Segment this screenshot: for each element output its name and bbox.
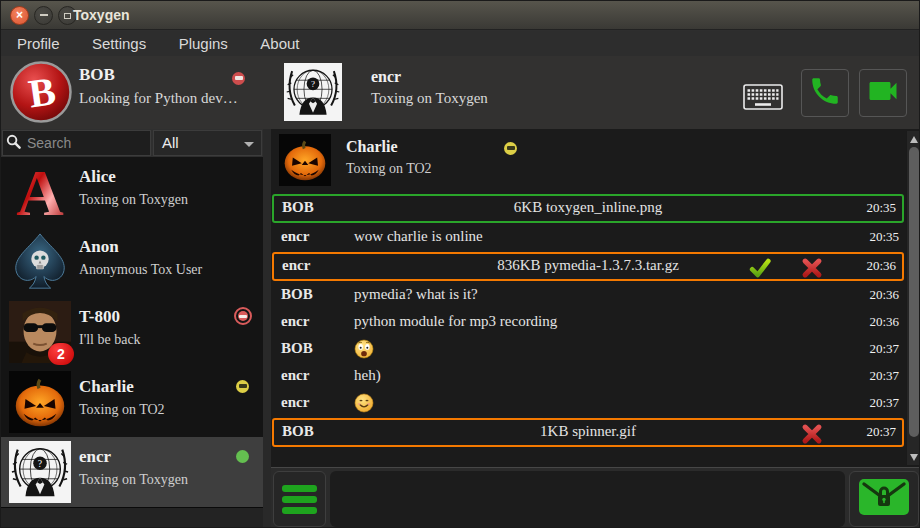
svg-text:A: A [16,161,64,223]
svg-text:?: ? [38,458,42,469]
menu-about[interactable]: About [246,31,313,56]
menu-settings[interactable]: Settings [78,31,160,56]
menu-plugins[interactable]: Plugins [165,31,242,56]
close-button[interactable]: × [10,6,29,25]
letter-a-avatar: A [9,161,71,223]
menubar: Profile Settings Plugins About [1,31,919,56]
busy-status-icon [234,307,252,325]
message-time: 20:36 [869,287,899,303]
peer-status-message: Toxing on Toxygen [371,90,488,107]
svg-text:?: ? [311,79,315,89]
titlebar: × Toxygen [1,1,919,30]
contact-t-800[interactable]: T-800I'll be back2 [1,297,263,367]
message-list: BOB6KB toxygen_inline.png20:35encrwow ch… [271,193,905,465]
message-row: BOB20:37 [271,336,905,363]
message-time: 20:37 [869,341,899,357]
message-text: wow charlie is online [354,228,483,245]
away-status-icon [504,142,517,155]
chat-peer-name: Charlie [346,138,398,156]
self-name[interactable]: BOB [79,65,115,85]
busy-status-icon [232,72,245,85]
scroll-down-icon[interactable] [907,451,920,463]
message-sender: encr [281,367,309,384]
message-time: 20:37 [866,424,896,440]
spade-skull-avatar [9,231,71,293]
decline-file-button[interactable] [800,256,824,280]
phone-icon [808,74,842,112]
audio-call-button[interactable] [801,69,849,117]
contact-charlie[interactable]: CharlieToxing on TO2 [1,367,263,437]
window-title: Toxygen [73,1,130,30]
accept-file-button[interactable] [748,256,772,280]
scrollbar-thumb[interactable] [909,147,919,437]
self-status-message[interactable]: Looking for Python dev… [79,90,238,107]
decline-file-button[interactable] [800,422,824,446]
message-row: encr20:37 [271,390,905,417]
app-window: × Toxygen Profile Settings Plugins About… [0,0,920,528]
pumpkin-avatar [9,371,71,433]
message-sender: BOB [281,340,313,357]
contact-status-message: Anonymous Tox User [79,262,202,278]
compose-bar [271,467,920,528]
dropdown-arrow-icon [244,142,254,147]
keyboard-icon[interactable] [743,84,783,110]
anonymous-avatar: ? [9,441,71,503]
chat-peer-status-message: Toxing on TO2 [346,161,432,177]
minimize-button[interactable] [34,6,53,25]
self-avatar[interactable]: B [9,60,73,124]
message-input[interactable] [330,471,845,527]
search-icon [3,134,25,153]
search-box[interactable] [2,130,151,156]
message-row: encrpython module for mp3 recording20:36 [271,309,905,336]
contact-encr[interactable]: ?encrToxing on Toxygen [1,437,263,507]
search-input[interactable] [25,134,150,152]
message-sender: encr [281,313,309,330]
sidebar-chat-divider [263,129,271,528]
send-button[interactable] [849,471,919,527]
message-time: 20:35 [869,229,899,245]
chat-menu-button[interactable] [273,471,326,527]
pumpkin-avatar [279,134,331,186]
contact-status-message: Toxing on TO2 [79,402,165,418]
message-time: 20:37 [869,368,899,384]
search-row: All [1,129,263,157]
send-encrypted-icon [858,478,910,520]
message-sender: encr [281,228,309,245]
contact-status-message: Toxing on Toxygen [79,192,188,208]
menu-profile[interactable]: Profile [3,31,74,56]
unread-badge: 2 [48,343,74,365]
file-transfer-row: BOB6KB toxygen_inline.png20:35 [272,194,904,223]
away-status-icon [236,380,249,393]
message-input-area[interactable] [330,471,845,527]
chat-scrollbar[interactable] [906,131,920,465]
contact-alice[interactable]: AAliceToxing on Toxygen [1,157,263,227]
contact-filter-value: All [162,134,179,151]
chat-area: Charlie Toxing on TO2 BOB6KB toxygen_inl… [271,129,920,528]
menu-icon [282,485,317,492]
message-time: 20:36 [866,258,896,274]
contact-name: Anon [79,237,119,257]
file-transfer-row: BOB1KB spinner.gif20:37 [272,418,904,447]
message-time: 20:36 [869,314,899,330]
sidebar: All AAliceToxing on ToxygenAnonAnonymous… [1,129,263,528]
message-text: python module for mp3 recording [354,313,557,330]
file-name: 6KB toxygen_inline.png [274,199,902,216]
contact-anon[interactable]: AnonAnonymous Tox User [1,227,263,297]
contact-name: encr [79,447,111,467]
peer-avatar: ? [284,63,342,121]
peer-name: encr [371,68,401,86]
contact-filter-dropdown[interactable]: All [153,130,262,156]
contact-list: AAliceToxing on ToxygenAnonAnonymous Tox… [1,157,263,528]
scroll-up-icon[interactable] [907,133,920,145]
message-time: 20:37 [869,395,899,411]
video-call-button[interactable] [859,69,907,117]
header-row: B BOB Looking for Python dev… ? encr Tox… [1,56,919,129]
main-area: All AAliceToxing on ToxygenAnonAnonymous… [1,129,920,528]
message-text: heh) [354,367,381,384]
message-row: BOBpymedia? what is it?20:36 [271,282,905,309]
contact-name: T-800 [79,307,120,327]
online-status-icon [236,450,249,463]
contact-status-message: Toxing on Toxygen [79,472,188,488]
scared-smiley-icon [354,339,374,359]
file-transfer-row: encr836KB pymedia-1.3.7.3.tar.gz20:36 [272,252,904,281]
